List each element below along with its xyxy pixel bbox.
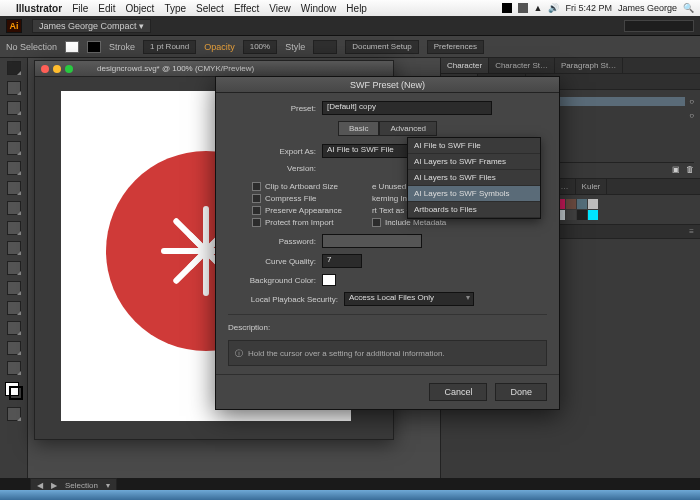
local-playback-dropdown[interactable]: Access Local Files Only bbox=[344, 292, 474, 306]
export-option[interactable]: AI Layers to SWF Files bbox=[408, 170, 540, 186]
tab-basic[interactable]: Basic bbox=[338, 121, 380, 136]
new-layer-icon[interactable]: ▣ bbox=[672, 165, 680, 174]
stroke-weight-input[interactable]: 1 pt Round bbox=[143, 40, 196, 54]
direct-selection-tool[interactable] bbox=[7, 81, 21, 95]
tab-character-styles[interactable]: Character St… bbox=[489, 58, 555, 73]
preferences-button[interactable]: Preferences bbox=[427, 40, 484, 54]
tab-character[interactable]: Character bbox=[441, 58, 489, 73]
selection-tool[interactable] bbox=[7, 61, 21, 75]
menu-effect[interactable]: Effect bbox=[234, 3, 259, 14]
free-transform-tool[interactable] bbox=[7, 361, 21, 375]
wifi-icon[interactable]: ▲ bbox=[534, 3, 543, 13]
menu-file[interactable]: File bbox=[72, 3, 88, 14]
tab-paragraph-styles[interactable]: Paragraph St… bbox=[555, 58, 623, 73]
background-color-swatch[interactable] bbox=[322, 274, 336, 286]
swatch[interactable] bbox=[566, 199, 576, 209]
layer-target-icon[interactable]: ○ bbox=[689, 111, 694, 120]
checkbox[interactable] bbox=[252, 206, 261, 215]
minimize-window-icon[interactable] bbox=[53, 65, 61, 73]
volume-icon[interactable]: 🔊 bbox=[548, 3, 559, 13]
preset-label: Preset: bbox=[228, 104, 316, 113]
pen-tool[interactable] bbox=[7, 141, 21, 155]
fill-stroke-control[interactable] bbox=[5, 382, 23, 400]
scale-tool[interactable] bbox=[7, 321, 21, 335]
user-name[interactable]: James George bbox=[618, 3, 677, 13]
workspace-switcher[interactable]: James George Compact ▾ bbox=[32, 19, 151, 33]
ai-logo-icon: Ai bbox=[6, 19, 22, 33]
blob-brush-tool[interactable] bbox=[7, 261, 21, 275]
pencil-tool[interactable] bbox=[7, 241, 21, 255]
tab-advanced[interactable]: Advanced bbox=[379, 121, 437, 136]
layer-target-icon[interactable]: ○ bbox=[689, 97, 694, 106]
fill-swatch[interactable] bbox=[65, 41, 79, 53]
export-option[interactable]: AI Layers to SWF Frames bbox=[408, 154, 540, 170]
rotate-tool[interactable] bbox=[7, 301, 21, 315]
version-label: Version: bbox=[228, 164, 316, 173]
document-titlebar[interactable]: designcrowd.svg* @ 100% (CMYK/Preview) bbox=[35, 61, 393, 77]
curve-quality-input[interactable]: 7 bbox=[322, 254, 362, 268]
local-playback-label: Local Playback Security: bbox=[228, 295, 338, 304]
swatch[interactable] bbox=[588, 210, 598, 220]
zoom-window-icon[interactable] bbox=[65, 65, 73, 73]
description-box: ⓘ Hold the cursor over a setting for add… bbox=[228, 340, 547, 366]
menubar-extra-icon[interactable] bbox=[518, 3, 528, 13]
stroke-swatch[interactable] bbox=[87, 41, 101, 53]
panel-menu-icon[interactable]: ≡ bbox=[689, 227, 694, 236]
delete-layer-icon[interactable]: 🗑 bbox=[686, 165, 694, 174]
lasso-tool[interactable] bbox=[7, 121, 21, 135]
swatch[interactable] bbox=[588, 199, 598, 209]
swf-export-dialog: SWF Preset (New) Preset: [Default] copy … bbox=[215, 76, 560, 410]
checkbox[interactable] bbox=[252, 218, 261, 227]
macos-menubar: Illustrator File Edit Object Type Select… bbox=[0, 0, 700, 16]
done-button[interactable]: Done bbox=[495, 383, 547, 401]
curve-quality-label: Curve Quality: bbox=[228, 257, 316, 266]
eraser-tool[interactable] bbox=[7, 281, 21, 295]
checkbox[interactable] bbox=[252, 194, 261, 203]
dialog-title: SWF Preset (New) bbox=[216, 77, 559, 93]
help-search-input[interactable] bbox=[624, 20, 694, 32]
app-title-bar: Ai James George Compact ▾ bbox=[0, 16, 700, 36]
width-tool[interactable] bbox=[7, 341, 21, 355]
export-as-menu: AI File to SWF File AI Layers to SWF Fra… bbox=[407, 137, 541, 219]
menu-window[interactable]: Window bbox=[301, 3, 337, 14]
macos-dock[interactable] bbox=[0, 490, 700, 500]
swatch[interactable] bbox=[566, 210, 576, 220]
checkbox[interactable] bbox=[372, 218, 381, 227]
dialog-tabs: Basic Advanced bbox=[228, 121, 547, 136]
paintbrush-tool[interactable] bbox=[7, 221, 21, 235]
clock[interactable]: Fri 5:42 PM bbox=[565, 3, 612, 13]
export-option[interactable]: AI Layers to SWF Symbols bbox=[408, 186, 540, 202]
close-window-icon[interactable] bbox=[41, 65, 49, 73]
window-traffic-lights[interactable] bbox=[41, 65, 73, 73]
rectangle-tool[interactable] bbox=[7, 201, 21, 215]
menu-object[interactable]: Object bbox=[125, 3, 154, 14]
export-option[interactable]: Artboards to Files bbox=[408, 202, 540, 218]
opacity-input[interactable]: 100% bbox=[243, 40, 277, 54]
menu-edit[interactable]: Edit bbox=[98, 3, 115, 14]
preset-input[interactable]: [Default] copy bbox=[322, 101, 492, 115]
line-tool[interactable] bbox=[7, 181, 21, 195]
control-strip: No Selection Stroke 1 pt Round Opacity 1… bbox=[0, 36, 700, 58]
export-as-label: Export As: bbox=[228, 147, 316, 156]
magic-wand-tool[interactable] bbox=[7, 101, 21, 115]
menu-help[interactable]: Help bbox=[346, 3, 367, 14]
menu-select[interactable]: Select bbox=[196, 3, 224, 14]
cc-icon[interactable] bbox=[502, 3, 512, 13]
document-title: designcrowd.svg* @ 100% (CMYK/Preview) bbox=[97, 64, 254, 73]
tab-kuler[interactable]: Kuler bbox=[576, 179, 608, 194]
document-setup-button[interactable]: Document Setup bbox=[345, 40, 419, 54]
cancel-button[interactable]: Cancel bbox=[429, 383, 487, 401]
menu-view[interactable]: View bbox=[269, 3, 291, 14]
swatch[interactable] bbox=[577, 199, 587, 209]
toolbox bbox=[0, 58, 28, 478]
app-menu[interactable]: Illustrator bbox=[16, 3, 62, 14]
swatch[interactable] bbox=[577, 210, 587, 220]
graphic-style-dropdown[interactable] bbox=[313, 40, 337, 54]
screen-mode-tool[interactable] bbox=[7, 407, 21, 421]
checkbox[interactable] bbox=[252, 182, 261, 191]
spotlight-icon[interactable]: 🔍 bbox=[683, 3, 694, 13]
export-option[interactable]: AI File to SWF File bbox=[408, 138, 540, 154]
menu-type[interactable]: Type bbox=[164, 3, 186, 14]
type-tool[interactable] bbox=[7, 161, 21, 175]
opacity-label[interactable]: Opacity bbox=[204, 42, 235, 52]
